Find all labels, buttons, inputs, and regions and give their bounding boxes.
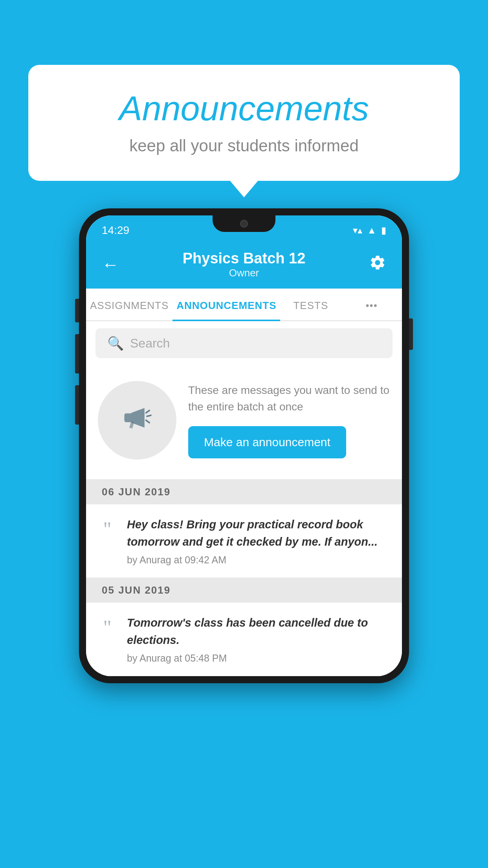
phone-screen: 14:29 ▾▴ ▲ ▮ ← Physics Batch 12 Owner [86,215,402,676]
status-time: 14:29 [102,224,129,237]
tab-tests[interactable]: TESTS [280,289,341,320]
mute-button [75,299,79,322]
phone-body: 14:29 ▾▴ ▲ ▮ ← Physics Batch 12 Owner [79,208,409,683]
app-bar-subtitle: Owner [183,267,306,279]
back-button[interactable]: ← [102,256,119,273]
announcement-text-1: Hey class! Bring your practical record b… [127,516,390,550]
svg-line-0 [146,410,150,413]
announcement-item-1[interactable]: " Hey class! Bring your practical record… [86,504,402,578]
search-box[interactable]: 🔍 Search [95,328,393,358]
status-icons: ▾▴ ▲ ▮ [353,225,386,236]
power-button [409,318,413,350]
announcement-content-1: Hey class! Bring your practical record b… [127,516,390,566]
svg-line-1 [147,416,151,417]
tab-more[interactable]: ••• [341,289,402,320]
search-section: 🔍 Search [86,321,402,365]
megaphone-circle [98,381,176,460]
announcement-content-2: Tomorrow's class has been cancelled due … [127,614,390,664]
app-bar: ← Physics Batch 12 Owner [86,242,402,289]
settings-button[interactable] [369,254,386,275]
volume-down-button [75,385,79,425]
announcement-meta-1: by Anurag at 09:42 AM [127,554,390,566]
cta-description: These are messages you want to send to t… [188,382,390,415]
quote-icon-2: " [95,618,119,638]
app-bar-title: Physics Batch 12 [183,250,306,267]
search-placeholder: Search [130,336,170,351]
speech-bubble: Announcements keep all your students inf… [28,65,460,181]
speech-bubble-subtitle: keep all your students informed [60,136,428,155]
search-icon: 🔍 [107,335,124,351]
announcement-meta-2: by Anurag at 05:48 PM [127,653,390,664]
date-separator-2: 05 JUN 2019 [86,578,402,603]
speech-bubble-section: Announcements keep all your students inf… [28,65,460,181]
quote-icon-1: " [95,519,119,540]
wifi-icon: ▾▴ [353,225,362,236]
battery-icon: ▮ [381,225,386,236]
phone-camera [240,220,248,228]
svg-line-2 [146,420,150,423]
app-bar-center: Physics Batch 12 Owner [183,250,306,279]
announcement-cta-section: These are messages you want to send to t… [86,365,402,480]
speech-bubble-title: Announcements [60,88,428,129]
announcement-text-2: Tomorrow's class has been cancelled due … [127,614,390,649]
make-announcement-button[interactable]: Make an announcement [188,426,346,458]
tab-assignments[interactable]: ASSIGNMENTS [86,289,172,320]
phone-device: 14:29 ▾▴ ▲ ▮ ← Physics Batch 12 Owner [79,208,409,683]
announcement-item-2[interactable]: " Tomorrow's class has been cancelled du… [86,603,402,676]
signal-icon: ▲ [367,225,376,236]
date-separator-1: 06 JUN 2019 [86,480,402,504]
tabs-bar: ASSIGNMENTS ANNOUNCEMENTS TESTS ••• [86,289,402,321]
cta-right: These are messages you want to send to t… [188,382,390,458]
phone-notch [213,215,275,232]
volume-up-button [75,334,79,373]
tab-announcements[interactable]: ANNOUNCEMENTS [172,289,280,320]
